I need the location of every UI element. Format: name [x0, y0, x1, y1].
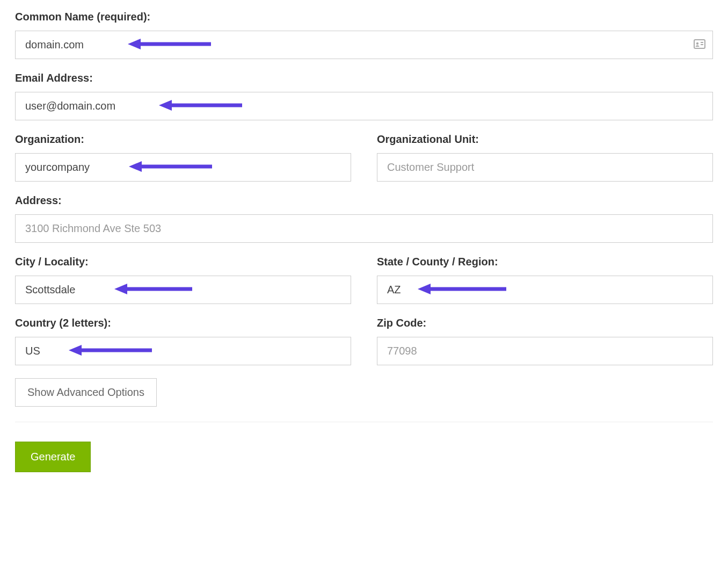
country-input-wrap — [15, 337, 351, 365]
org-unit-label: Organizational Unit: — [377, 133, 713, 146]
state-input-wrap — [377, 276, 713, 304]
city-input[interactable] — [15, 276, 351, 304]
id-card-icon — [694, 39, 705, 51]
country-zip-row: Country (2 letters): Zip Code: — [15, 317, 713, 378]
advanced-group: Show Advanced Options — [15, 378, 713, 407]
state-group: State / County / Region: — [377, 256, 713, 304]
state-input[interactable] — [377, 276, 713, 304]
address-label: Address: — [15, 194, 713, 207]
organization-input[interactable] — [15, 153, 351, 182]
zip-label: Zip Code: — [377, 317, 713, 329]
svg-point-1 — [696, 42, 698, 44]
common-name-input[interactable] — [15, 31, 713, 59]
state-label: State / County / Region: — [377, 256, 713, 268]
city-group: City / Locality: — [15, 256, 351, 304]
organization-group: Organization: — [15, 133, 351, 182]
zip-group: Zip Code: — [377, 317, 713, 365]
org-unit-input[interactable] — [377, 153, 713, 182]
email-input[interactable] — [15, 92, 713, 120]
organization-label: Organization: — [15, 133, 351, 146]
zip-input[interactable] — [377, 337, 713, 365]
show-advanced-button[interactable]: Show Advanced Options — [15, 378, 157, 407]
email-group: Email Address: — [15, 72, 713, 120]
common-name-label: Common Name (required): — [15, 11, 713, 23]
city-label: City / Locality: — [15, 256, 351, 268]
country-label: Country (2 letters): — [15, 317, 351, 329]
address-group: Address: — [15, 194, 713, 243]
address-input[interactable] — [15, 214, 713, 243]
divider — [15, 422, 713, 422]
country-group: Country (2 letters): — [15, 317, 351, 365]
common-name-group: Common Name (required): — [15, 11, 713, 59]
common-name-input-wrap — [15, 31, 713, 59]
org-unit-group: Organizational Unit: — [377, 133, 713, 182]
org-row: Organization: Organizational Unit: — [15, 133, 713, 194]
organization-input-wrap — [15, 153, 351, 182]
city-state-row: City / Locality: State / County / Region… — [15, 256, 713, 317]
email-label: Email Address: — [15, 72, 713, 84]
city-input-wrap — [15, 276, 351, 304]
country-input[interactable] — [15, 337, 351, 365]
email-input-wrap — [15, 92, 713, 120]
generate-button[interactable]: Generate — [15, 442, 91, 472]
